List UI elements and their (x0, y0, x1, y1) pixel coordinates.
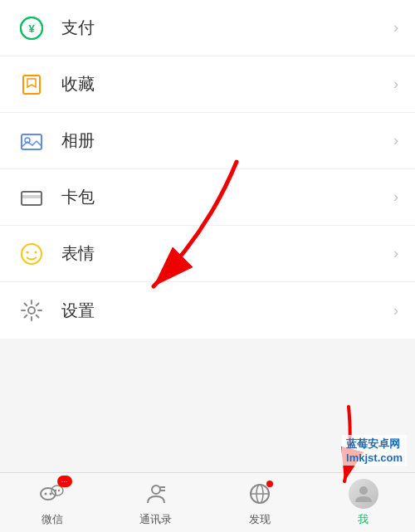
menu-label-collect: 收藏 (61, 73, 393, 95)
chevron-pay: › (393, 19, 398, 37)
wechat-icon-wrap: ··· (37, 479, 67, 509)
chevron-settings: › (393, 302, 398, 320)
chevron-collect: › (393, 76, 398, 93)
chevron-card: › (393, 188, 398, 206)
wechat-badge: ··· (57, 476, 72, 487)
svg-rect-5 (22, 134, 42, 149)
menu-list: ¥ 支付 › 收藏 › 相册 › (0, 0, 415, 339)
album-icon (17, 126, 46, 156)
svg-text:¥: ¥ (28, 22, 35, 35)
me-icon-wrap (349, 479, 378, 509)
nav-item-discover[interactable]: 发现 (208, 473, 311, 532)
svg-point-19 (152, 486, 160, 494)
menu-item-card[interactable]: 卡包 › (0, 169, 415, 226)
collect-icon (17, 70, 46, 100)
card-icon (17, 183, 46, 212)
svg-point-25 (359, 486, 368, 495)
svg-point-9 (22, 244, 42, 264)
svg-point-10 (27, 251, 29, 253)
svg-point-14 (44, 492, 46, 495)
emoji-icon (17, 239, 46, 269)
menu-item-collect[interactable]: 收藏 › (0, 56, 415, 113)
nav-label-me: 我 (358, 512, 369, 527)
menu-label-emoji: 表情 (61, 242, 393, 265)
menu-item-album[interactable]: 相册 › (0, 113, 415, 169)
svg-point-12 (28, 307, 35, 314)
nav-label-discover: 发现 (249, 512, 271, 527)
svg-point-17 (54, 489, 56, 491)
menu-item-emoji[interactable]: 表情 › (0, 226, 415, 282)
menu-item-pay[interactable]: ¥ 支付 › (0, 0, 415, 56)
discover-icon-wrap (245, 479, 275, 509)
pay-icon: ¥ (17, 13, 46, 43)
menu-label-album: 相册 (61, 129, 393, 152)
chevron-emoji: › (393, 245, 398, 262)
svg-marker-4 (27, 79, 36, 87)
menu-item-settings[interactable]: 设置 › (0, 282, 415, 339)
svg-point-11 (35, 251, 37, 253)
nav-item-me[interactable]: 我 (311, 473, 415, 532)
avatar (349, 479, 378, 509)
menu-label-pay: 支付 (61, 17, 393, 39)
bottom-nav: ··· 微信 通讯录 发现 (0, 472, 415, 532)
nav-item-wechat[interactable]: ··· 微信 (0, 473, 104, 532)
menu-label-card: 卡包 (61, 186, 393, 208)
watermark: 蓝莓安卓网lmkjst.com (342, 435, 407, 466)
menu-label-settings: 设置 (61, 300, 393, 322)
settings-icon (17, 295, 46, 325)
svg-rect-8 (22, 195, 42, 198)
discover-dot (266, 481, 273, 487)
nav-label-contacts: 通讯录 (139, 512, 172, 527)
contacts-icon-wrap (141, 479, 171, 509)
nav-label-wechat: 微信 (42, 512, 63, 527)
svg-point-18 (57, 489, 59, 491)
chevron-album: › (393, 132, 398, 149)
nav-item-contacts[interactable]: 通讯录 (104, 473, 208, 532)
